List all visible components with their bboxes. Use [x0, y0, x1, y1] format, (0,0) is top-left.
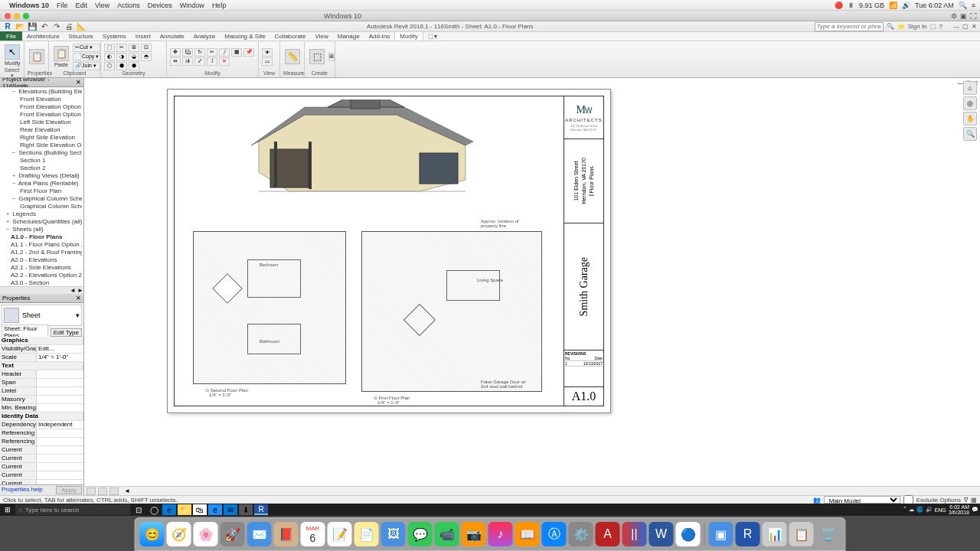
view-button[interactable]: ▭ — [262, 57, 273, 66]
chrome-icon[interactable]: 🔵 — [676, 522, 701, 546]
tree-item[interactable]: Right Side Elevation Optio — [2, 142, 82, 149]
facetime-icon[interactable]: 📹 — [435, 522, 459, 546]
tree-item[interactable]: Section 2 — [2, 165, 82, 172]
property-row[interactable]: Current Revisi... — [0, 446, 83, 455]
tree-item[interactable]: − Graphical Column Schedules — [2, 195, 82, 203]
mac-menu-devices[interactable]: Devices — [148, 2, 172, 9]
workset-select[interactable]: Main Model — [824, 496, 900, 504]
join-geom-button[interactable]: ⊞ — [129, 44, 139, 52]
tab-context-icon[interactable]: ⬚▾ — [423, 32, 442, 41]
nav-pan-icon[interactable]: ✋ — [963, 112, 977, 126]
tab-manage[interactable]: Manage — [333, 32, 364, 41]
tree-item[interactable]: A2.0 - Elevations — [2, 256, 82, 264]
create-similar-button[interactable]: ⊞ — [328, 53, 335, 61]
type-selector[interactable]: Sheet ▾ — [2, 305, 82, 326]
property-row[interactable]: Referencing S... — [0, 429, 83, 438]
tree-item[interactable]: + Drafting Views (Detail) — [2, 172, 82, 180]
tray-up-icon[interactable]: ˄ — [903, 507, 906, 513]
qat-undo-icon[interactable]: ↶ — [40, 22, 49, 31]
qat-redo-icon[interactable]: ↷ — [52, 22, 61, 31]
tray-network-icon[interactable]: 🌐 — [916, 507, 923, 513]
tree-item[interactable]: − Area Plans (Rentable) — [2, 180, 82, 187]
scale-control[interactable] — [87, 487, 96, 495]
geom-button[interactable]: ⬣ — [129, 62, 139, 70]
vm-tool-icon[interactable]: ⚙ — [951, 12, 957, 20]
workset-icon[interactable]: 👥 — [813, 497, 821, 504]
property-row[interactable]: Current Revisi... — [0, 471, 83, 480]
wall-join-button[interactable]: ⊡ — [141, 44, 152, 52]
trim-button[interactable]: ✂ — [207, 48, 217, 57]
tab-architecture[interactable]: Architecture — [22, 32, 64, 41]
geom-button[interactable]: ◑ — [116, 53, 127, 61]
tab-annotate[interactable]: Annotate — [155, 32, 189, 41]
mac-menu-file[interactable]: File — [57, 2, 68, 9]
tree-item[interactable]: A1.2 - 2nd & Roof Framing P — [2, 249, 82, 256]
reminders-icon[interactable]: 📝 — [328, 522, 352, 546]
tree-item[interactable]: A1.1 - Floor Plans Option 2 — [2, 241, 82, 249]
apply-button[interactable]: Apply — [56, 486, 82, 494]
app-menu-icon[interactable]: R — [3, 22, 12, 31]
help-icon[interactable]: ? — [939, 23, 942, 30]
copy-button[interactable]: 📄 Copy ▾ — [73, 53, 100, 61]
photobooth-icon[interactable]: 📷 — [462, 522, 486, 546]
copy-button[interactable]: ⿻ — [182, 48, 193, 57]
nav-wheel-icon[interactable]: ◎ — [963, 96, 977, 110]
filter-icon[interactable]: ∇ — [964, 497, 968, 504]
qat-save-icon[interactable]: 💾 — [28, 22, 37, 31]
dock-app-icon[interactable]: ▣ — [709, 522, 733, 546]
ie-icon[interactable]: e — [208, 504, 222, 515]
edge-icon[interactable]: e — [162, 504, 176, 515]
view-button[interactable]: 👁 — [262, 48, 273, 57]
tree-item[interactable]: A3.0 - Section — [2, 279, 82, 286]
rotate-button[interactable]: ↻ — [194, 48, 205, 57]
menubar-wifi-icon[interactable]: 📶 — [889, 2, 897, 9]
launchpad-icon[interactable]: 🚀 — [220, 522, 245, 546]
dock-app-icon[interactable]: 📊 — [763, 522, 787, 546]
tab-collaborate[interactable]: Collaborate — [270, 32, 311, 41]
traffic-lights[interactable] — [0, 13, 29, 19]
nav-zoom-icon[interactable]: 🔍 — [963, 127, 977, 141]
mac-menu-edit[interactable]: Edit — [75, 2, 87, 9]
sheet-view[interactable]: Bedroom Bathroom ⊙ Second Floor Plan 1/4… — [167, 89, 611, 413]
tab-analyze[interactable]: Analyze — [189, 32, 220, 41]
property-row[interactable]: Current Revisi... — [0, 455, 83, 463]
tree-item[interactable]: − Sections (Building Section) — [2, 149, 82, 157]
tree-item[interactable]: A1.0 - Floor Plans — [2, 233, 82, 241]
detail-level-icon[interactable] — [98, 487, 107, 495]
search-icon[interactable]: 🔍 — [887, 23, 894, 30]
safari-icon[interactable]: 🧭 — [167, 522, 191, 546]
preview-icon[interactable]: 🖼 — [381, 522, 406, 546]
appstore-icon[interactable]: Ⓐ — [542, 522, 567, 546]
dock-app-icon[interactable]: 📋 — [789, 522, 814, 546]
drawing-canvas[interactable]: — ▢ ✕ — [84, 78, 980, 495]
vm-tool-icon[interactable]: ▣ — [960, 12, 967, 20]
tab-file[interactable]: File — [0, 31, 22, 41]
tree-item[interactable]: + Legends — [2, 210, 82, 218]
geom-button[interactable]: ◒ — [129, 53, 139, 61]
property-row[interactable]: Lintel — [0, 387, 83, 396]
array-button[interactable]: ▦ — [231, 48, 242, 57]
property-row[interactable]: Span — [0, 379, 83, 387]
cortana-icon[interactable]: ◯ — [147, 504, 161, 515]
tab-view[interactable]: View — [311, 32, 333, 41]
qat-open-icon[interactable]: 📂 — [15, 22, 24, 31]
calendar-icon[interactable]: MAR6 — [301, 522, 325, 546]
revit-task-icon[interactable]: R — [254, 504, 268, 515]
tree-item[interactable]: Right Side Elevation — [2, 134, 82, 142]
menubar-clock[interactable]: Tue 6:02 AM — [915, 2, 954, 9]
move-button[interactable]: ✥ — [170, 48, 181, 57]
join-button[interactable]: 🔗 Join ▾ — [73, 62, 100, 70]
menubar-spotlight-icon[interactable]: 🔍 — [959, 2, 967, 9]
split-button[interactable]: ⧸ — [219, 48, 230, 57]
minimize-icon[interactable]: — — [953, 23, 959, 30]
parallels-icon[interactable]: || — [622, 522, 647, 546]
property-row[interactable]: DependencyIndependent — [0, 421, 83, 429]
messages-icon[interactable]: 💬 — [408, 522, 433, 546]
tab-addins[interactable]: Add-Ins — [364, 32, 395, 41]
qat-measure-icon[interactable]: 📐 — [77, 22, 86, 31]
tray-clock[interactable]: 6:02 AM — [949, 504, 969, 510]
explorer-icon[interactable]: 📁 — [178, 504, 191, 515]
qat-print-icon[interactable]: 🖨 — [64, 22, 74, 31]
property-row[interactable]: Header — [0, 370, 83, 379]
geom-button[interactable]: ⬢ — [116, 62, 127, 70]
